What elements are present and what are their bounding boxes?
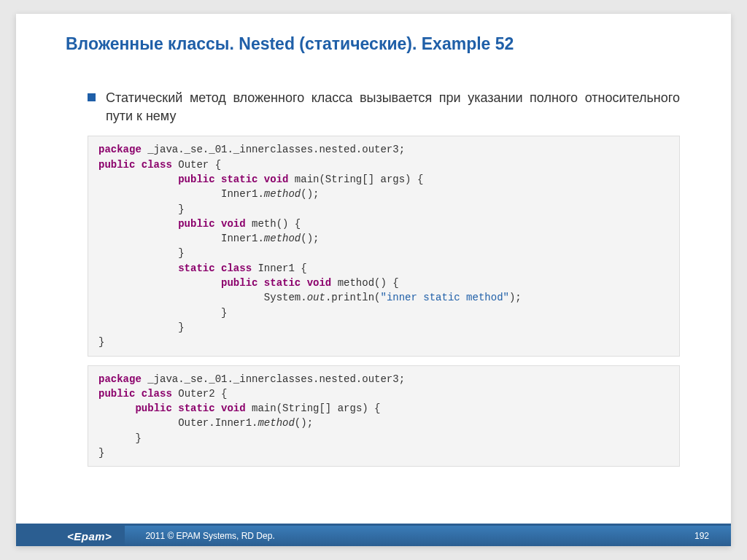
code-kw: public static void: [178, 174, 288, 185]
code-it: method: [258, 417, 294, 429]
code-text: ();: [295, 417, 313, 429]
code-text: }: [221, 307, 227, 319]
code-text: main(String[] args) {: [288, 174, 423, 185]
footer-logo: <Epam>: [16, 526, 125, 546]
code-text: );: [509, 292, 522, 303]
code-kw: public class: [98, 159, 172, 171]
code-text: Inner1 {: [252, 262, 307, 274]
bullet-text: Статический метод вложенного класса вызы…: [106, 89, 680, 125]
code-text: System.: [264, 292, 307, 303]
slide-footer: <Epam> 2011 © EPAM Systems, RD Dep. 192: [16, 526, 731, 546]
code-text: }: [98, 336, 104, 348]
code-block-2: package _java._se._01._innerclasses.nest…: [88, 365, 680, 467]
code-kw: public static void: [221, 277, 331, 289]
footer-page-number: 192: [694, 531, 731, 541]
code-text: }: [178, 322, 184, 333]
code-text: ();: [301, 188, 319, 200]
code-text: Outer2 {: [172, 388, 228, 400]
code-text: _java._se._01._innerclasses.nested.outer…: [142, 144, 405, 155]
code-text: .println(: [325, 292, 381, 303]
code-text: Outer.Inner1.: [178, 417, 258, 429]
bullet-item: Статический метод вложенного класса вызы…: [88, 89, 680, 125]
code-text: _java._se._01._innerclasses.nested.outer…: [142, 373, 405, 385]
code-kw: package: [98, 373, 142, 385]
code-it: out: [307, 292, 325, 303]
code-kw: package: [98, 144, 142, 155]
code-text: Inner1.: [221, 233, 264, 244]
code-text: }: [178, 203, 184, 215]
footer-copyright: 2011 © EPAM Systems, RD Dep.: [125, 531, 694, 541]
code-kw: public class: [98, 388, 172, 400]
code-kw: static class: [178, 262, 252, 274]
slide-content: Статический метод вложенного класса вызы…: [16, 54, 731, 467]
code-text: method() {: [331, 277, 398, 289]
slide-title: Вложенные классы. Nested (статические). …: [16, 14, 731, 54]
code-kw: public void: [178, 218, 245, 230]
bullet-marker-icon: [88, 93, 96, 101]
code-text: main(String[] args) {: [246, 402, 381, 414]
code-kw: public static void: [135, 402, 245, 414]
code-text: Outer {: [172, 159, 221, 171]
code-it: method: [264, 188, 301, 200]
code-text: ();: [301, 233, 319, 244]
code-text: }: [135, 432, 141, 444]
code-text: meth() {: [246, 218, 301, 230]
code-block-1: package _java._se._01._innerclasses.nest…: [88, 136, 680, 356]
code-text: Inner1.: [221, 188, 264, 200]
code-it: method: [264, 233, 301, 244]
code-text: }: [98, 447, 104, 459]
code-str: "inner static method": [381, 292, 509, 303]
slide: Вложенные классы. Nested (статические). …: [16, 14, 731, 546]
code-text: }: [178, 247, 184, 259]
